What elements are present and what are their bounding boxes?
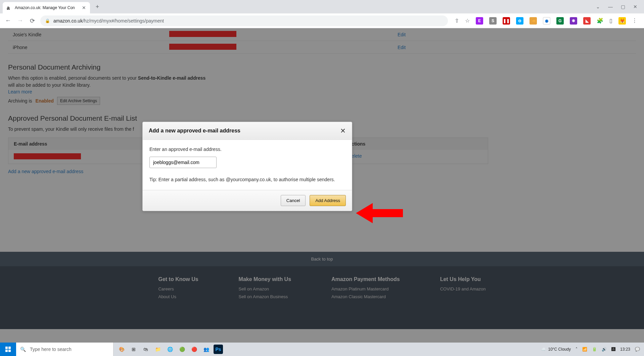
extension-icon[interactable]: S [489,17,497,25]
svg-rect-3 [5,350,8,352]
task-view-icon[interactable]: ⊞ [129,345,138,354]
svg-rect-4 [8,350,11,352]
extension-icon[interactable]: ⊖ [516,17,523,25]
new-tab-button[interactable]: + [93,2,102,11]
url-path: /hz/mycd/myx#/home/settings/payment [83,18,164,24]
star-icon[interactable]: ☆ [465,17,470,24]
tray-chevron-icon[interactable]: ˄ [576,347,578,352]
add-email-modal: Add a new approved e-mail address ✕ Ente… [142,122,352,211]
sidepanel-icon[interactable]: ▯ [609,17,612,24]
app-icon[interactable]: 🔴 [189,345,199,354]
notifications-icon[interactable]: 💬 [635,347,640,352]
svg-rect-1 [5,347,8,349]
spotify-icon[interactable]: 🟢 [177,345,187,354]
lock-icon: 🔒 [45,18,50,23]
windows-taskbar: 🔍 Type here to search 🎨 ⊞ 🛍 📁 🌐 🟢 🔴 👥 Ps… [0,343,644,356]
weather-text: 10°C Cloudy [548,347,571,352]
close-window-icon[interactable]: ✕ [633,4,637,9]
back-button[interactable]: ← [4,17,12,24]
extension-icon[interactable]: E [476,17,483,25]
url-bar[interactable]: 🔒 amazon.co.uk/hz/mycd/myx#/home/setting… [40,15,448,26]
extension-icon[interactable]: ❚❚ [503,17,510,25]
browser-tab-strip: a Amazon.co.uk: Manage Your Con ✕ + ⌄ — … [0,0,644,13]
search-placeholder: Type here to search [30,347,72,352]
minimize-icon[interactable]: — [608,4,613,9]
cancel-button[interactable]: Cancel [281,195,306,206]
search-icon: 🔍 [20,347,26,352]
browser-toolbar: ← → ⟳ 🔒 amazon.co.uk/hz/mycd/myx#/home/s… [0,13,644,28]
battery-icon[interactable]: 🔋 [592,347,597,352]
share-icon[interactable]: ⇧ [455,17,459,24]
weather-icon: ☁️ [541,347,546,352]
add-address-button[interactable]: Add Address [310,195,346,206]
amazon-favicon: a [7,5,12,10]
clock[interactable]: 13:23 [620,347,630,352]
close-tab-icon[interactable]: ✕ [82,5,86,10]
annotation-arrow [356,200,403,227]
modal-title: Add a new approved e-mail address [149,128,240,134]
photoshop-icon[interactable]: Ps [214,345,223,354]
extension-icon[interactable]: ❋ [570,17,577,25]
chevron-down-icon[interactable]: ⌄ [596,4,600,9]
menu-icon[interactable]: ⋮ [632,17,637,24]
weather-widget[interactable]: ☁️ 10°C Cloudy [541,347,571,352]
wifi-icon[interactable]: 📶 [582,347,587,352]
email-input[interactable] [149,157,217,168]
svg-marker-0 [356,203,403,223]
toolbar-actions: ⇧ ☆ E S ❚❚ ⊖ 🐪 ◉ G ❋ ◣ 🧩 ▯ 🦊 ⋮ [452,17,640,25]
svg-rect-2 [8,347,11,349]
extension-icon[interactable]: 🐪 [530,17,537,25]
extension-icon[interactable]: ◣ [583,17,591,25]
chrome-icon[interactable]: 🌐 [165,345,175,354]
modal-tip: Tip: Enter a partial address, such as @y… [149,176,345,183]
microsoft-store-icon[interactable]: 🛍 [141,345,150,354]
grammarly-icon[interactable]: G [556,17,564,25]
extensions-icon[interactable]: 🧩 [597,17,603,24]
cortana-icon[interactable]: 🎨 [117,345,126,354]
extension-icon[interactable]: ◉ [543,17,550,25]
modal-prompt: Enter an approved e-mail address. [149,147,345,152]
language-icon[interactable]: 🅰 [611,347,615,352]
volume-icon[interactable]: 🔊 [602,347,607,352]
taskbar-search[interactable]: 🔍 Type here to search [16,343,113,356]
tab-title: Amazon.co.uk: Manage Your Con [15,5,79,10]
forward-button[interactable]: → [16,17,24,24]
file-explorer-icon[interactable]: 📁 [153,345,163,354]
teams-icon[interactable]: 👥 [201,345,211,354]
extension-icon[interactable]: 🦊 [618,17,626,25]
url-domain: amazon.co.uk [53,18,83,24]
maximize-icon[interactable]: ▢ [621,4,625,9]
close-modal-icon[interactable]: ✕ [340,127,346,135]
reload-button[interactable]: ⟳ [28,17,36,25]
start-button[interactable] [0,343,16,356]
browser-tab[interactable]: a Amazon.co.uk: Manage Your Con ✕ [3,2,90,13]
window-controls: ⌄ — ▢ ✕ [596,4,644,9]
